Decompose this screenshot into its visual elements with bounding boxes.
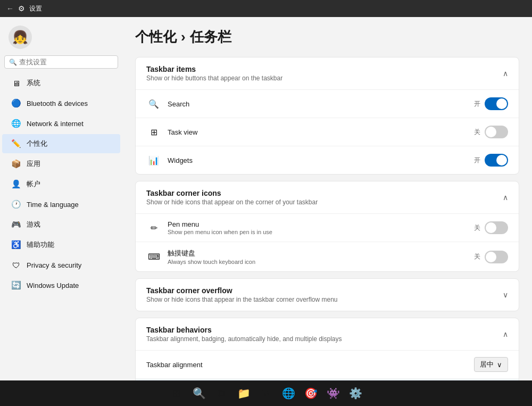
taskbar-taskview-button[interactable]: ⧉ [212,384,231,403]
taskbar: ⊞ 🔍 ⧉ 📁 🛍 🌐 🎯 👾 ⚙️ [0,380,532,406]
time-icon: 🕐 [11,199,21,210]
search-toggle[interactable] [485,97,508,110]
taskbar-store-button[interactable]: 🛍 [256,384,276,403]
network-icon: 🌐 [11,118,21,129]
corner-icons-chevron: ∧ [503,193,508,202]
touch-keyboard-sublabel: Always show touch keyboard icon [168,259,474,265]
search-row: 🔍 Search 开 [136,89,519,118]
taskbar-items-title: Taskbar items [146,65,503,73]
avatar: 👧 [9,26,32,49]
widgets-icon: 📊 [146,153,161,168]
task-view-row: ⊞ Task view 关 [136,118,519,146]
taskbar-settings-button[interactable]: ⚙️ [346,384,365,403]
task-view-toggle-control: 关 [474,126,508,138]
sidebar-item-bluetooth[interactable]: 🔵 Bluetooth & devices [2,94,120,113]
taskbar-app1-button[interactable]: 🎯 [301,384,320,403]
pen-menu-sublabel: Show pen menu icon when pen is in use [168,229,474,235]
search-box[interactable]: 🔍 [4,55,118,69]
taskbar-corner-icons-section: Taskbar corner icons Show or hide icons … [135,181,519,272]
sidebar-item-network[interactable]: 🌐 Network & internet [2,114,120,133]
auto-hide-checkbox-row: Automatically hide the taskbar [136,378,519,380]
sidebar-item-personalization[interactable]: ✏️ 个性化 [2,134,120,153]
taskbar-browser-button[interactable]: 🌐 [279,384,298,403]
search-icon: 🔍 [9,59,17,66]
touch-keyboard-row: ⌨ 触摸键盘 Always show touch keyboard icon 关 [136,242,519,271]
touch-keyboard-toggle-label: 关 [474,252,480,261]
taskbar-search-button[interactable]: 🔍 [189,384,209,403]
alignment-label: Taskbar alignment [146,361,474,369]
pen-menu-label: Pen menu [168,220,474,228]
widgets-toggle-label: 开 [474,156,480,165]
taskbar-items-header[interactable]: Taskbar items Show or hide buttons that … [136,57,519,89]
sidebar-item-apps[interactable]: 📦 应用 [2,154,120,173]
touch-keyboard-label: 触摸键盘 [168,248,474,258]
sidebar-item-gaming[interactable]: 🎮 游戏 [2,215,120,234]
touch-keyboard-icon: ⌨ [146,250,161,264]
alignment-row: Taskbar alignment 居中 ∨ [136,350,519,378]
breadcrumb-separator: › [181,29,186,45]
behaviors-desc: Taskbar alignment, badging, automaticall… [146,335,503,343]
main-layout: 👧 🔍 🖥 系统 🔵 Bluetooth & devices 🌐 Network… [0,17,532,380]
titlebar-title: 设置 [29,4,42,13]
alignment-dropdown[interactable]: 居中 ∨ [474,357,508,372]
alignment-value: 居中 [480,360,494,369]
search-toggle-control: 开 [474,97,508,110]
taskbar-behaviors-section: Taskbar behaviors Taskbar alignment, bad… [135,318,519,380]
titlebar-icon: ⚙ [18,4,25,13]
privacy-icon: 🛡 [11,260,21,270]
search-toggle-label: 开 [474,100,480,109]
pen-menu-icon: ✏ [146,220,161,235]
taskbar-app2-button[interactable]: 👾 [323,384,343,403]
sidebar-item-accessibility[interactable]: ♿ 辅助功能 [2,235,120,254]
pen-menu-toggle-label: 关 [474,223,480,233]
corner-overflow-title: Taskbar corner overflow [146,286,503,295]
taskbar-corner-overflow-header[interactable]: Taskbar corner overflow Show or hide ico… [136,279,519,311]
sidebar-item-privacy[interactable]: 🛡 Privacy & security [2,255,120,275]
task-view-toggle[interactable] [485,126,508,138]
taskbar-items-desc: Show or hide buttons that appear on the … [146,74,503,82]
auto-hide-wrapper: Automatically hide the taskbar [136,378,519,380]
widgets-label: Widgets [168,156,474,164]
taskbar-items-chevron: ∧ [503,69,508,78]
search-row-icon: 🔍 [146,96,161,111]
task-view-icon: ⊞ [146,125,161,139]
gaming-icon: 🎮 [11,219,21,230]
sidebar-item-time[interactable]: 🕐 Time & language [2,195,120,214]
bluetooth-icon: 🔵 [11,98,21,109]
corner-overflow-chevron: ∨ [503,291,508,299]
pen-menu-row: ✏ Pen menu Show pen menu icon when pen i… [136,213,519,242]
breadcrumb-parent: 个性化 [135,28,177,46]
corner-icons-title: Taskbar corner icons [146,189,503,197]
task-view-label: Task view [168,128,474,136]
taskbar-corner-icons-header[interactable]: Taskbar corner icons Show or hide icons … [136,181,519,213]
corner-icons-desc: Show or hide icons that appear on the co… [146,198,503,206]
accessibility-icon: ♿ [11,239,21,250]
back-button[interactable]: ← [6,4,14,13]
windows-update-icon: 🔄 [11,280,21,291]
widgets-row: 📊 Widgets 开 [136,146,519,174]
search-input[interactable] [19,58,113,66]
taskbar-explorer-button[interactable]: 📁 [234,384,253,403]
taskbar-items-section: Taskbar items Show or hide buttons that … [135,57,519,175]
pen-menu-toggle[interactable] [485,221,508,234]
touch-keyboard-toggle-control: 关 [474,251,508,263]
sidebar: 👧 🔍 🖥 系统 🔵 Bluetooth & devices 🌐 Network… [0,17,122,380]
pen-menu-toggle-control: 关 [474,221,508,234]
sidebar-item-accounts[interactable]: 👤 帐户 [2,175,120,194]
apps-icon: 📦 [11,159,21,169]
taskbar-behaviors-header[interactable]: Taskbar behaviors Taskbar alignment, bad… [136,318,519,350]
sidebar-item-system[interactable]: 🖥 系统 [2,73,120,93]
touch-keyboard-toggle[interactable] [485,251,508,263]
accounts-icon: 👤 [11,179,21,189]
personalization-icon: ✏️ [11,138,21,149]
titlebar: ← ⚙ 设置 [0,0,532,17]
behaviors-title: Taskbar behaviors [146,326,503,334]
behaviors-chevron: ∧ [503,330,508,338]
alignment-chevron-icon: ∨ [497,361,502,369]
sidebar-item-windows-update[interactable]: 🔄 Windows Update [2,276,120,295]
breadcrumb: 个性化 › 任务栏 [135,28,519,46]
widgets-toggle[interactable] [485,154,508,167]
system-icon: 🖥 [11,78,21,88]
start-button[interactable]: ⊞ [167,384,186,403]
taskbar-corner-overflow-section: Taskbar corner overflow Show or hide ico… [135,278,519,311]
